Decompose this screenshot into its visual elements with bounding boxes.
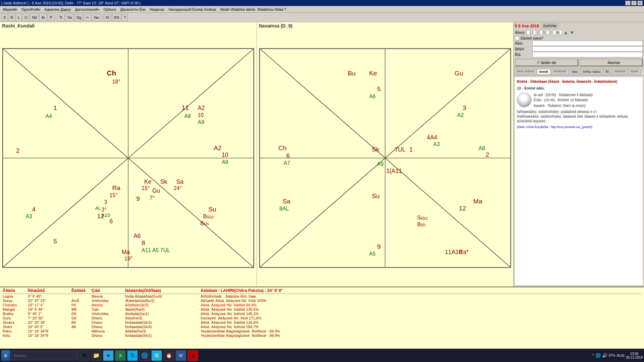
taskbar-icon-explorer[interactable]: 📁 bbox=[91, 350, 102, 361]
tab-unknown3[interactable]: ????? bbox=[628, 69, 641, 74]
toolbar-btn-back[interactable]: <- bbox=[84, 14, 91, 21]
toolbar-btn-ar[interactable]: Ar bbox=[39, 14, 47, 21]
mes-input[interactable] bbox=[532, 46, 643, 52]
menu-item-help[interactable]: Ïðeàñ ïðïäàõòe äärõe. Ïðïäàõòou ñëàä ? bbox=[218, 7, 288, 12]
cell-pos: 7° 20' 50" bbox=[28, 316, 71, 320]
menu-item-dascholeas[interactable]: Дасхолеасейн bbox=[73, 7, 102, 12]
svg-text:Bu₅: Bu₅ bbox=[417, 222, 425, 227]
maximize-button[interactable]: □ bbox=[631, 1, 637, 5]
date-display: Ïï 9 Àse 2019 bbox=[515, 24, 539, 28]
cell-pos: 22° 20' 38" bbox=[28, 320, 71, 324]
toolbar-btn-tr[interactable]: Tr bbox=[57, 14, 65, 21]
taskbar-tray: ^ 🌐 🔊 97% RUS 13:06 09.12.2019 bbox=[592, 352, 643, 359]
cell-naksh: Ææèàøóòà(Bu/2) bbox=[125, 299, 201, 303]
tab-panchang[interactable]: ???? ?????? bbox=[515, 69, 536, 74]
minimize-button[interactable]: ─ bbox=[625, 1, 631, 5]
taskbar-icon-telegram[interactable]: ✈ bbox=[103, 350, 114, 361]
cell-graha: Budha bbox=[3, 312, 28, 316]
time-down-arrow[interactable]: ▼ bbox=[570, 30, 574, 35]
taskbar-icon-word[interactable]: W bbox=[175, 350, 186, 361]
toolbar-btn-r[interactable]: R bbox=[8, 14, 15, 21]
taskbar-icon-skype[interactable]: S bbox=[127, 350, 138, 361]
cell-pos: 15° 18' 34"R bbox=[28, 329, 71, 333]
taskbar-icon-chrome[interactable]: 🌐 bbox=[139, 350, 150, 361]
col-header-pos: Ïîëîæåíèå bbox=[28, 288, 71, 293]
den-input[interactable] bbox=[532, 41, 643, 46]
toolbar-btn-s[interactable]: S bbox=[1, 14, 8, 21]
toolbar-btn-dg[interactable]: Dg bbox=[74, 14, 83, 21]
cell-graha: Chandra bbox=[3, 303, 28, 307]
svg-text:Ma: Ma bbox=[122, 249, 130, 255]
tab-unknown1[interactable]: ???????? bbox=[551, 69, 569, 74]
recalc-button[interactable]: ↺ Ïåðåñ÷åò bbox=[515, 59, 578, 66]
toolbar-btn-ki[interactable]: KI bbox=[104, 14, 111, 21]
taskbar-search[interactable] bbox=[11, 351, 78, 360]
svg-text:7UL: 7UL bbox=[394, 146, 405, 153]
tab-pin[interactable]: ÏÈÍ bbox=[603, 69, 611, 74]
time-minutes-input[interactable] bbox=[540, 30, 549, 35]
taskbar-icon-excel[interactable]: X bbox=[115, 350, 126, 361]
tray-clock[interactable]: 13:06 09.12.2019 bbox=[626, 352, 643, 359]
site-info: [Ñàéò Àíòîíà Êóçíåöîâà - http://tony.don… bbox=[517, 125, 641, 130]
svg-text:7°: 7° bbox=[150, 195, 155, 201]
toolbar-btn-u[interactable]: U bbox=[22, 14, 29, 21]
toolbar-btn-l[interactable]: L bbox=[16, 14, 22, 21]
chart1-title: Rashi_Kundali bbox=[0, 22, 257, 29]
start-button[interactable]: ⊞ bbox=[1, 350, 10, 361]
svg-text:A11: A11 bbox=[142, 247, 151, 253]
toolbar-btn-nd[interactable]: Nd bbox=[30, 14, 39, 21]
tab-hora[interactable]: Ïörñóp Àäàcà bbox=[581, 69, 603, 74]
svg-text:1: 1 bbox=[53, 104, 57, 111]
menu-item-adalia[interactable]: Адиалиа Дадоу bbox=[42, 7, 73, 12]
cell-karaka: MK bbox=[71, 307, 92, 311]
titlebar: [ Jaide Aidhenh ] - 9 Аse 2019 [13:02]; … bbox=[0, 0, 644, 6]
svg-text:11: 11 bbox=[182, 104, 189, 111]
cell-graha: Shukra bbox=[3, 320, 28, 324]
toolbar-btn-na[interactable]: Na bbox=[92, 14, 101, 21]
taskbar-icon-app1[interactable]: ⏰ bbox=[163, 350, 174, 361]
auto-button[interactable]: ⚡ Àâòîìàò bbox=[580, 59, 643, 66]
toolbar-btn-p[interactable]: P bbox=[48, 14, 54, 21]
tab-oeunk[interactable]: Oeóóê bbox=[537, 69, 550, 74]
toolbar-btn-sa[interactable]: Sa bbox=[65, 14, 74, 21]
content-main: Íà÷àëî : [09:55] - Ïîíåäåëüíèê 9 Äåêàáðÿ… bbox=[517, 93, 641, 108]
chart2-board: Bu Ke Gu 5 A6 Ch 6 A7 A8 2 bbox=[257, 29, 514, 287]
tray-arrow[interactable]: ^ bbox=[592, 354, 594, 357]
table-row: Guru 7° 20' 50" GK Dhanu Ïóëÿ(Ke/3) Ïóeò… bbox=[3, 316, 641, 320]
toolbar-btn-kn[interactable]: KN bbox=[112, 14, 121, 21]
god-input[interactable] bbox=[532, 52, 643, 57]
chart1-board: Ch 18° 11 A8 A2 10 A9 A2 10 A9 1 bbox=[0, 29, 257, 287]
toolbar: S R L U Nd Ar P Tr Sa Dg <- Na KI KN ? bbox=[0, 13, 644, 22]
menu-item-grahad[interactable]: Насадасерой Ëолёр Grahas bbox=[166, 7, 218, 12]
toolbar-btn-help[interactable]: ? bbox=[122, 14, 128, 21]
tab-unknown2[interactable]: ??????? bbox=[612, 69, 628, 74]
taskbar-icon-astro[interactable]: ★ bbox=[187, 350, 198, 361]
svg-text:A2: A2 bbox=[198, 105, 205, 111]
svg-text:15°: 15° bbox=[142, 185, 150, 191]
time-up-arrow[interactable]: ▲ bbox=[564, 30, 568, 35]
svg-text:5: 5 bbox=[377, 85, 381, 93]
close-button[interactable]: ✕ bbox=[637, 1, 643, 5]
mes-row: Ìåñÿö bbox=[515, 46, 643, 52]
date-row: Ïï 9 Àse 2019 Ðàðîiñåé bbox=[515, 23, 643, 28]
menu-item-aydhein[interactable]: Айдхейн bbox=[1, 7, 19, 12]
svg-text:18°: 18° bbox=[112, 79, 120, 84]
svg-text:Su: Su bbox=[372, 192, 379, 199]
menu-item-das[interactable]: Дасасёлтн Ёнс bbox=[118, 7, 148, 12]
svg-text:10: 10 bbox=[198, 112, 204, 118]
cell-graha: Ketu bbox=[3, 334, 28, 338]
time-hours-input[interactable] bbox=[527, 30, 536, 35]
svg-text:A9: A9 bbox=[198, 119, 204, 125]
time-seconds-input[interactable] bbox=[553, 30, 562, 35]
tab-adec[interactable]: Àäec bbox=[569, 69, 580, 74]
svg-text:A7: A7 bbox=[283, 160, 290, 166]
lunar-date-checkbox[interactable] bbox=[515, 36, 519, 40]
menu-item-odleitin[interactable]: Одлейтайн bbox=[19, 7, 43, 12]
date-tab-btn[interactable]: Ðàðîiñåé bbox=[542, 23, 558, 28]
menu-item-nidas[interactable]: Нидасас bbox=[148, 7, 167, 12]
menu-item-options[interactable]: Options bbox=[101, 7, 118, 12]
taskbar-icon-mail[interactable]: ✉ bbox=[79, 350, 90, 361]
taskbar-icon-calc[interactable]: 🔢 bbox=[151, 350, 162, 361]
svg-text:6: 6 bbox=[286, 153, 290, 160]
cell-ayan: Àðóà Àëàyùeé ñiû Ïeðòûé 264,7% bbox=[201, 325, 641, 329]
